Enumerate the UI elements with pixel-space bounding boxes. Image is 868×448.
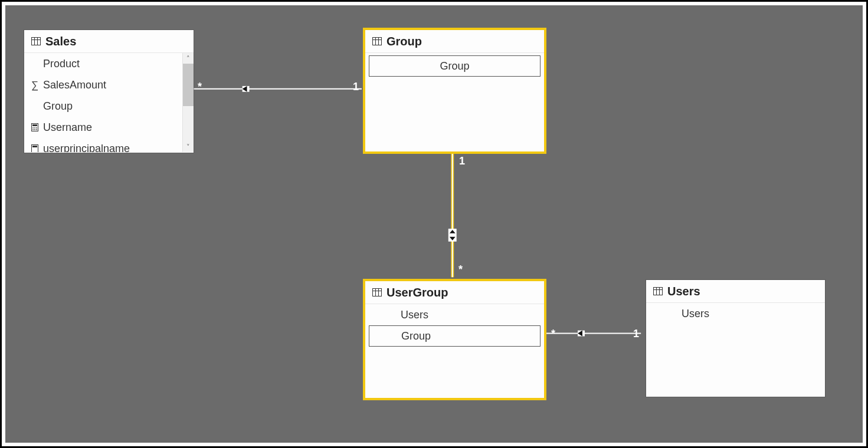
field-users-users[interactable]: Users xyxy=(646,303,825,324)
svg-rect-16 xyxy=(32,124,37,126)
diagram-frame: * 1 1 * * 1 Sales Product ∑ SalesAmount xyxy=(0,0,868,448)
table-usergroup-header[interactable]: UserGroup xyxy=(365,281,544,304)
field-label: Users xyxy=(401,309,428,321)
svg-point-21 xyxy=(34,129,35,130)
scroll-up-icon[interactable]: ˄ xyxy=(183,53,194,64)
svg-rect-33 xyxy=(654,288,663,295)
scroll-down-icon[interactable]: ˅ xyxy=(183,141,194,152)
field-sales-upn[interactable]: userprincipalname xyxy=(24,138,194,152)
table-icon xyxy=(372,37,382,45)
field-sales-product[interactable]: Product xyxy=(24,53,194,74)
table-sales[interactable]: Sales Product ∑ SalesAmount Group xyxy=(24,30,194,153)
field-sales-amount[interactable]: ∑ SalesAmount xyxy=(24,74,194,95)
svg-rect-5 xyxy=(448,229,457,242)
card-usergroup-many-up: * xyxy=(458,263,463,276)
field-label: SalesAmount xyxy=(43,79,106,91)
table-sales-title: Sales xyxy=(45,35,76,48)
card-group-one-down: 1 xyxy=(459,155,465,167)
field-label: Group xyxy=(440,60,469,73)
table-usergroup[interactable]: UserGroup Users Group xyxy=(365,281,544,398)
card-usergroup-many-right: * xyxy=(551,328,555,340)
table-sales-scrollbar[interactable]: ˄ ˅ xyxy=(182,53,194,152)
field-label: Username xyxy=(43,121,92,134)
table-users-title: Users xyxy=(667,285,700,298)
svg-rect-29 xyxy=(373,289,382,297)
svg-point-19 xyxy=(36,127,37,129)
field-sales-group[interactable]: Group xyxy=(24,95,194,117)
svg-rect-24 xyxy=(32,146,37,147)
svg-point-22 xyxy=(36,129,37,130)
table-group-fieldlist[interactable]: Group xyxy=(365,55,544,77)
table-sales-header[interactable]: Sales xyxy=(24,30,194,53)
svg-marker-7 xyxy=(450,237,456,241)
card-sales-many: * xyxy=(198,81,202,93)
field-label: Group xyxy=(401,330,431,342)
table-group[interactable]: Group Group xyxy=(365,30,544,151)
field-label: Users xyxy=(682,308,709,320)
table-users[interactable]: Users Users xyxy=(646,280,825,397)
table-sales-fieldlist[interactable]: Product ∑ SalesAmount Group Username xyxy=(24,53,194,152)
table-users-header[interactable]: Users xyxy=(646,280,825,303)
field-usergroup-group[interactable]: Group xyxy=(369,325,541,347)
table-icon xyxy=(31,37,41,45)
table-group-header[interactable]: Group xyxy=(365,30,544,53)
svg-point-17 xyxy=(32,127,34,129)
scroll-thumb[interactable] xyxy=(183,64,194,106)
calculator-icon xyxy=(29,144,41,152)
field-group-group[interactable]: Group xyxy=(369,55,541,77)
field-label: Product xyxy=(43,58,80,70)
calculator-icon xyxy=(29,123,41,131)
svg-rect-25 xyxy=(373,38,382,45)
table-usergroup-fieldlist[interactable]: Users Group xyxy=(365,304,544,347)
table-icon xyxy=(372,288,382,297)
table-icon xyxy=(653,287,663,295)
svg-rect-1 xyxy=(243,86,250,92)
svg-rect-9 xyxy=(578,331,585,337)
model-canvas[interactable]: * 1 1 * * 1 Sales Product ∑ SalesAmount xyxy=(5,5,863,443)
table-users-fieldlist[interactable]: Users xyxy=(646,303,825,324)
field-label: Group xyxy=(43,100,73,113)
sigma-icon: ∑ xyxy=(29,80,41,90)
svg-rect-11 xyxy=(32,38,41,45)
svg-point-20 xyxy=(32,129,34,130)
card-group-one-left: 1 xyxy=(353,81,359,93)
svg-marker-10 xyxy=(578,331,582,337)
table-usergroup-title: UserGroup xyxy=(386,286,448,299)
table-group-title: Group xyxy=(386,35,422,48)
svg-point-18 xyxy=(34,127,35,129)
field-label: userprincipalname xyxy=(43,143,130,153)
field-sales-username[interactable]: Username xyxy=(24,117,194,138)
svg-marker-6 xyxy=(450,230,456,233)
svg-marker-2 xyxy=(243,86,247,92)
field-usergroup-users[interactable]: Users xyxy=(365,304,544,325)
card-users-one: 1 xyxy=(633,328,639,340)
